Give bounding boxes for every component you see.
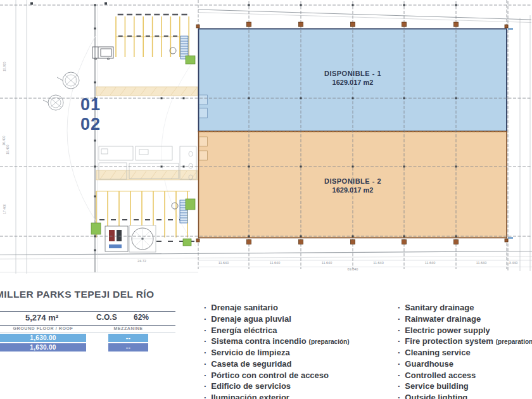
amenity-item: Iluminación exterior	[204, 392, 350, 399]
tree-icon	[57, 72, 79, 89]
amenity-item: Sistema contra incendio(preparación)	[204, 336, 350, 347]
total-dim: 69.840	[348, 267, 358, 271]
divider	[0, 311, 175, 312]
amenity-item: Drenaje agua pluvial	[204, 314, 350, 325]
ground-floor-value: 1,630.00	[0, 343, 86, 352]
column-header-mezzanine: MEZZANINE	[108, 326, 148, 331]
amenity-item: Controlled access	[398, 370, 532, 381]
bay-dim: 11.640	[425, 261, 435, 265]
bay-dim: 11.640	[373, 261, 383, 265]
unit-1-area-label: 1629.017 m2	[332, 79, 374, 86]
left-dim: 15.400	[6, 144, 10, 155]
unit-2-label: DISPONIBLE - 2	[324, 177, 381, 185]
bay-dim: 11.640	[218, 261, 229, 265]
page-title: MILLER PARKS TEPEJI DEL RÍO	[0, 289, 155, 300]
brochure-page: 01 02 DISPONIBLE - 1 1629.017 m2 DISPONI…	[0, 0, 532, 399]
bay-dim: 11.640	[476, 261, 486, 265]
bay-dim: 11.640	[270, 261, 280, 265]
floor-plan: 01 02 DISPONIBLE - 1 1629.017 m2 DISPONI…	[0, 0, 532, 279]
amenity-item: Service building	[398, 381, 532, 392]
amenity-item: Drenaje sanitario	[204, 302, 350, 314]
amenity-item: Servicio de limpieza	[204, 347, 350, 358]
parking-top	[116, 15, 189, 57]
divider	[0, 325, 175, 326]
amenity-item: Sanitary drainage	[398, 302, 532, 314]
mezzanine-value: --	[108, 343, 148, 352]
pump-room	[105, 226, 128, 251]
mezzanine-value: --	[108, 334, 148, 342]
info-section: MILLER PARKS TEPEJI DEL RÍO 5,274 m² C.O…	[0, 279, 532, 399]
divider	[0, 332, 175, 332]
unit-2-number: 02	[80, 115, 101, 134]
amenity-item: Electric power supply	[398, 325, 532, 336]
amenity-item: Energía eléctrica	[204, 325, 350, 336]
amenity-item: Guardhouse	[398, 358, 532, 370]
amenity-item: Edificio de servicios	[204, 381, 350, 392]
amenity-item: Rainwater drainage	[398, 314, 532, 325]
amenity-item: Cleaning service	[398, 347, 532, 358]
amenity-item: Fire protection system(preparation)	[398, 336, 532, 347]
cos-value: 62%	[134, 313, 149, 322]
amenity-item: Pórtico con control de acceso	[204, 370, 350, 381]
left-dim: 15.920	[3, 61, 6, 72]
amenities-list-spanish: Drenaje sanitario Drenaje agua pluvial E…	[204, 302, 350, 399]
column-header-ground-floor: GROUND FLOOR / ROOF	[0, 326, 86, 331]
end-bay-dim: 3.440	[509, 261, 518, 265]
bay-dim: 11.640	[322, 261, 332, 265]
amenity-item: Caseta de seguridad	[204, 358, 350, 370]
bottom-left-dim: 24.72	[137, 259, 146, 263]
tree-icon	[43, 95, 63, 110]
unit-1-number: 01	[80, 95, 101, 114]
cos-label: C.O.S	[96, 313, 117, 322]
left-dim: 17.400	[3, 204, 6, 214]
unit-1-label: DISPONIBLE - 1	[324, 70, 381, 77]
spec-summary-row: 5,274 m² C.O.S 62%	[0, 313, 171, 323]
amenities-list-english: Sanitary drainage Rainwater drainage Ele…	[398, 302, 532, 399]
left-dim: 16.400	[2, 136, 6, 146]
unit-2-area-label: 1629.017 m2	[332, 186, 374, 194]
total-area-value: 5,274 m²	[25, 313, 58, 322]
amenity-item: Outside lighting	[398, 392, 532, 399]
dock-apron	[96, 87, 198, 180]
cistern	[129, 225, 156, 252]
ground-floor-value: 1,630.00	[0, 334, 86, 342]
truck-icon	[92, 47, 113, 60]
